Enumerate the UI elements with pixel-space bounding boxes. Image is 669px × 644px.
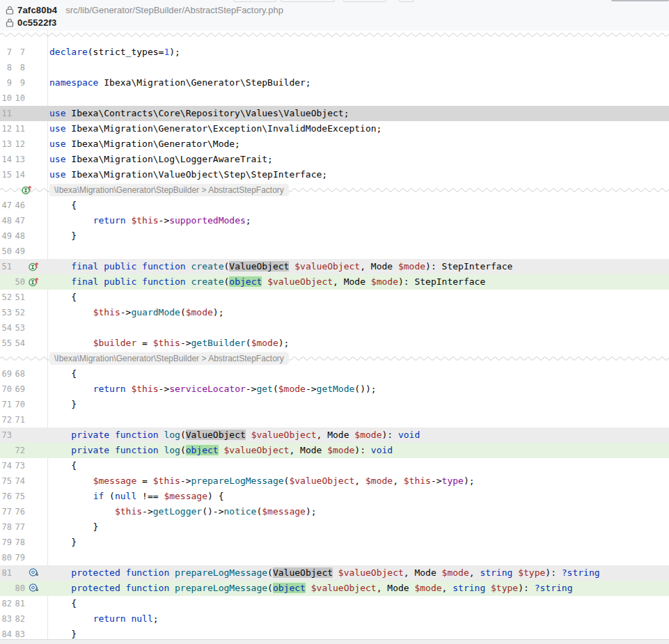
- old-line-number: 83: [0, 611, 12, 627]
- gutter-icon-slot: [25, 535, 40, 550]
- gutter: 4948: [0, 228, 47, 244]
- gutter: 8483: [0, 627, 47, 642]
- old-line-number: 49: [0, 228, 12, 244]
- code-line[interactable]: use Ibexa\Migration\Generator\Exception\…: [47, 121, 669, 136]
- diff-row: 5554 $builder = $this->getBuilder($mode)…: [0, 336, 669, 351]
- gutter: 7069: [0, 382, 47, 397]
- code-line[interactable]: [47, 412, 669, 427]
- code-line[interactable]: [47, 244, 669, 259]
- new-line-number: 52: [12, 305, 25, 320]
- gutter-icon-slot: [25, 45, 40, 60]
- gutter: 5352: [0, 305, 47, 320]
- old-line-number: 47: [0, 198, 12, 213]
- overridden-method-icon[interactable]: [25, 581, 40, 596]
- gutter: 1312: [0, 136, 47, 152]
- diff-row: 72 private function log(object $valueObj…: [0, 443, 669, 458]
- gutter-icon-slot: [25, 596, 40, 611]
- diff-rows: 77declare(strict_types=1);8899namespace …: [0, 31, 669, 642]
- gutter: 6968: [0, 366, 47, 382]
- code-line[interactable]: [47, 60, 669, 75]
- code-line[interactable]: {: [47, 198, 669, 213]
- gutter-icon-slot: [25, 167, 40, 182]
- collapsed-region-separator[interactable]: [0, 31, 669, 39]
- gutter-icon-slot: [25, 489, 40, 504]
- new-line-number: 69: [12, 382, 25, 397]
- code-line[interactable]: {: [47, 366, 669, 382]
- code-line[interactable]: $message = $this->prepareLogMessage($val…: [47, 473, 669, 489]
- code-line[interactable]: $this->getLogger()->notice($message);: [47, 504, 669, 519]
- code-line[interactable]: }: [47, 397, 669, 412]
- collapsed-region-separator[interactable]: \Ibexa\Migration\Generator\StepBuilder >…: [0, 351, 669, 366]
- old-line-number: 81: [0, 565, 12, 581]
- gutter: 1010: [0, 91, 47, 106]
- old-line-number: 82: [0, 596, 12, 611]
- implements-method-icon[interactable]: [25, 259, 40, 274]
- gutter: 11: [0, 106, 47, 121]
- code-line[interactable]: namespace Ibexa\Migration\Generator\Step…: [47, 75, 669, 91]
- gutter: 7877: [0, 519, 47, 535]
- code-line[interactable]: final public function create(object $val…: [47, 274, 669, 290]
- gutter: 80: [0, 581, 47, 596]
- gutter: 8281: [0, 596, 47, 611]
- old-line-number: 70: [0, 382, 12, 397]
- diff-row: 1413use Ibexa\Migration\Log\LoggerAwareT…: [0, 152, 669, 167]
- gutter: 1211: [0, 121, 47, 136]
- old-line-number: 55: [0, 336, 12, 351]
- old-line-number: 51: [0, 259, 12, 274]
- gutter: 77: [0, 45, 47, 60]
- code-line[interactable]: return null;: [47, 611, 669, 627]
- gutter: 73: [0, 427, 47, 443]
- new-line-number: 73: [12, 458, 25, 473]
- code-line[interactable]: [47, 91, 669, 106]
- old-line-number: 76: [0, 489, 12, 504]
- code-line[interactable]: private function log(object $valueObject…: [47, 443, 669, 458]
- implements-method-icon[interactable]: [21, 184, 33, 196]
- code-line[interactable]: use Ibexa\Migration\ValueObject\Step\Ste…: [47, 167, 669, 182]
- code-line[interactable]: final public function create(ValueObject…: [47, 259, 669, 274]
- code-line[interactable]: [47, 550, 669, 565]
- code-line[interactable]: protected function prepareLogMessage(obj…: [47, 581, 669, 596]
- gutter-icon-slot: [25, 60, 40, 75]
- overridden-method-icon[interactable]: [25, 565, 40, 581]
- window-control-artifact: [281, 0, 335, 2]
- new-line-number: 8: [12, 60, 25, 75]
- old-line-number: 48: [0, 213, 12, 228]
- code-line[interactable]: [47, 320, 669, 336]
- gutter-icon-slot: [25, 121, 40, 136]
- code-line[interactable]: {: [47, 596, 669, 611]
- code-line[interactable]: $this->guardMode($mode);: [47, 305, 669, 320]
- diff-row: 11use Ibexa\Contracts\Core\Repository\Va…: [0, 106, 669, 121]
- code-line[interactable]: $builder = $this->getBuilder($mode);: [47, 336, 669, 351]
- diff-row: 1312use Ibexa\Migration\Generator\Mode;: [0, 136, 669, 152]
- code-line[interactable]: {: [47, 458, 669, 473]
- code-line[interactable]: use Ibexa\Contracts\Core\Repository\Valu…: [47, 106, 669, 121]
- gutter: 7473: [0, 458, 47, 473]
- code-line[interactable]: }: [47, 535, 669, 550]
- code-line[interactable]: protected function prepareLogMessage(Val…: [47, 565, 669, 581]
- code-line[interactable]: }: [47, 228, 669, 244]
- gutter-icon-slot: [25, 75, 40, 91]
- diff-row: 1010: [0, 91, 669, 106]
- old-line-number: 78: [0, 519, 12, 535]
- code-line[interactable]: use Ibexa\Migration\Generator\Mode;: [47, 136, 669, 152]
- old-line-number: 15: [0, 167, 12, 182]
- new-commit-hash[interactable]: 0c5522f3: [17, 17, 57, 28]
- code-line[interactable]: private function log(ValueObject $valueO…: [47, 427, 669, 443]
- collapsed-region-separator[interactable]: \Ibexa\Migration\Generator\StepBuilder >…: [0, 182, 669, 198]
- diff-body: 77declare(strict_types=1);8899namespace …: [0, 31, 669, 642]
- old-line-number: 74: [0, 458, 12, 473]
- new-line-number: 14: [12, 167, 25, 182]
- window-control-artifact: [233, 0, 276, 2]
- code-line[interactable]: use Ibexa\Migration\Log\LoggerAwareTrait…: [47, 152, 669, 167]
- code-line[interactable]: if (null !== $message) {: [47, 489, 669, 504]
- code-line[interactable]: return $this->supportedModes;: [47, 213, 669, 228]
- new-line-number: 11: [12, 121, 25, 136]
- old-commit-hash[interactable]: 7afc80b4: [17, 5, 57, 15]
- diff-row: 8483 }: [0, 627, 669, 642]
- code-line[interactable]: {: [47, 290, 669, 305]
- implements-method-icon[interactable]: [25, 274, 40, 290]
- code-line[interactable]: declare(strict_types=1);: [47, 45, 669, 60]
- code-line[interactable]: }: [47, 627, 669, 642]
- code-line[interactable]: return $this->serviceLocator->get($mode-…: [47, 382, 669, 397]
- code-line[interactable]: }: [47, 519, 669, 535]
